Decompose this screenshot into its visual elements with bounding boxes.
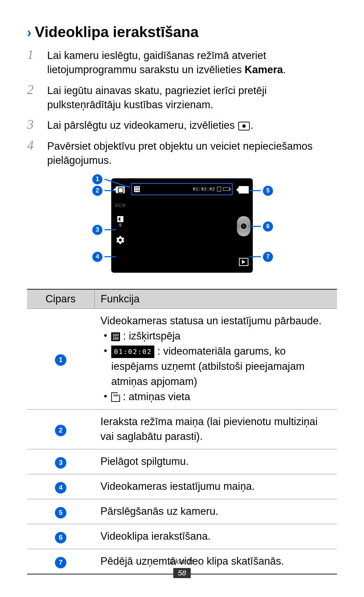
storage-icon (217, 187, 221, 191)
step-number: 3 (27, 118, 40, 132)
row-badge: 2 (55, 425, 66, 436)
list-item: 01:02:02 : videomateriāla garums, ko ies… (102, 344, 331, 389)
callout-badge: 7 (263, 252, 273, 262)
list-item: 320240 : izšķirtspēja (102, 329, 331, 344)
row-badge: 6 (55, 532, 66, 543)
step-body: Pavērsiet objektīvu pret objektu un veic… (47, 139, 337, 168)
callout-7: 7 (249, 252, 273, 262)
step-text-end: . (250, 119, 253, 131)
step-2: 2 Lai iegūtu ainavas skatu, pagrieziet i… (27, 83, 337, 112)
table-row: 6 Videoklipa ierakstīšana. (27, 524, 337, 549)
callout-badge: 4 (92, 252, 102, 262)
section-heading: › Videoklipa ierakstīšana (27, 24, 337, 40)
status-bar: 320 240 01:02:02 (131, 183, 233, 195)
camcorder-diagram: SCN 5 320 240 01:02:02 (74, 174, 290, 279)
table-row: 1 Videokameras statusa un iestatījumu pā… (27, 308, 337, 409)
section-title-text: Videoklipa ierakstīšana (35, 24, 199, 40)
time-icon: 01:02:02 (111, 346, 154, 358)
row-text: Ieraksta režīma maiņa (lai pievienotu mu… (94, 409, 337, 449)
brightness-icon (117, 216, 123, 222)
function-table: Cipars Funkcija 1 Videokameras statusa u… (27, 289, 337, 574)
table-row: 2 Ieraksta režīma maiņa (lai pievienotu … (27, 409, 337, 449)
callout-line (249, 190, 261, 191)
list-text: : atmiņas vieta (120, 391, 190, 402)
callout-3: 3 (92, 225, 116, 235)
row-text: Videokameras statusa un iestatījumu pārb… (94, 308, 337, 409)
callout-line (104, 256, 116, 257)
step-body: Lai iegūtu ainavas skatu, pagrieziet ier… (47, 83, 337, 112)
callout-5: 5 (249, 186, 273, 196)
table-row: 5 Pārslēgšanās uz kameru. (27, 499, 337, 524)
callout-badge: 1 (92, 174, 102, 184)
row-text: Pārslēgšanās uz kameru. (94, 499, 337, 524)
record-mode-icon (115, 185, 126, 195)
device-frame: SCN 5 320 240 01:02:02 (111, 178, 253, 273)
callout-4: 4 (92, 252, 116, 262)
callout-1: 1 (92, 174, 131, 184)
col-header-function: Funkcija (94, 289, 337, 309)
list-text: : izšķirtspēja (120, 330, 180, 342)
shutter-button (237, 216, 250, 236)
time-remaining: 01:02:02 (193, 187, 215, 191)
step-4: 4 Pavērsiet objektīvu pret objektu un ve… (27, 139, 337, 168)
playback-icon (239, 258, 248, 266)
step-1: 1 Lai kameru ieslēgtu, gaidīšanas režīmā… (27, 48, 337, 77)
gear-icon (116, 236, 125, 244)
callout-badge: 3 (92, 225, 102, 235)
storage-icon (111, 392, 120, 402)
row-text: Pielāgot spilgtumu. (94, 449, 337, 474)
callout-2: 2 (92, 186, 116, 196)
row-badge: 3 (55, 457, 66, 469)
step-list: 1 Lai kameru ieslēgtu, gaidīšanas režīmā… (27, 48, 337, 168)
switch-mode-icon (238, 185, 249, 195)
res-bottom: 240 (135, 189, 139, 192)
callout-badge: 6 (263, 221, 273, 232)
table-row: 3 Pielāgot spilgtumu. (27, 449, 337, 474)
step-3: 3 Lai pārslēgtu uz videokameru, izvēliet… (27, 118, 337, 132)
step-body: Lai pārslēgtu uz videokameru, izvēlietie… (47, 118, 253, 132)
col-header-number: Cipars (27, 289, 94, 309)
resolution-icon: 320240 (111, 332, 120, 341)
step-bold: Kamera (245, 64, 283, 76)
table-row: 4 Videokameras iestatījumu maiņa. (27, 474, 337, 499)
row-sublist: 320240 : izšķirtspēja 01:02:02 : videoma… (100, 329, 331, 405)
battery-icon (223, 187, 230, 191)
footer-section-label: Izklaide (0, 557, 364, 566)
step-number: 1 (27, 48, 40, 77)
callout-line (249, 256, 261, 257)
list-item: : atmiņas vieta (102, 389, 331, 405)
shutter-inner (240, 222, 247, 230)
callout-badge: 5 (263, 186, 273, 196)
viewfinder: 320 240 01:02:02 (131, 183, 233, 268)
row-intro: Videokameras statusa un iestatījumu pārb… (100, 314, 331, 329)
page-number: 58 (173, 568, 191, 578)
brightness-value: 5 (119, 223, 122, 228)
step-number: 2 (27, 83, 40, 112)
row-badge: 1 (55, 354, 66, 366)
row-badge: 5 (55, 507, 66, 518)
row-text: Videoklipa ierakstīšana. (94, 524, 337, 549)
step-number: 4 (27, 139, 40, 168)
resolution-badge: 320 240 (134, 186, 140, 192)
callout-line (104, 229, 116, 230)
brightness-control: 5 (117, 216, 123, 228)
page-footer: Izklaide 58 (0, 557, 364, 578)
row-badge: 4 (55, 482, 66, 494)
chevron-icon: › (27, 26, 31, 39)
callout-6: 6 (249, 221, 273, 232)
callout-line (104, 190, 116, 191)
table-head-row: Cipars Funkcija (27, 289, 337, 309)
row-text: Videokameras iestatījumu maiņa. (94, 474, 337, 499)
camera-icon (238, 122, 250, 130)
scn-label: SCN (115, 203, 126, 208)
callout-badge: 2 (92, 186, 102, 196)
step-body: Lai kameru ieslēgtu, gaidīšanas režīmā a… (47, 48, 337, 77)
step-text: Lai kameru ieslēgtu, gaidīšanas režīmā a… (47, 50, 266, 76)
callout-line (249, 226, 261, 227)
step-text-end: . (283, 64, 286, 76)
step-text: Lai pārslēgtu uz videokameru, izvēlietie… (47, 119, 238, 131)
